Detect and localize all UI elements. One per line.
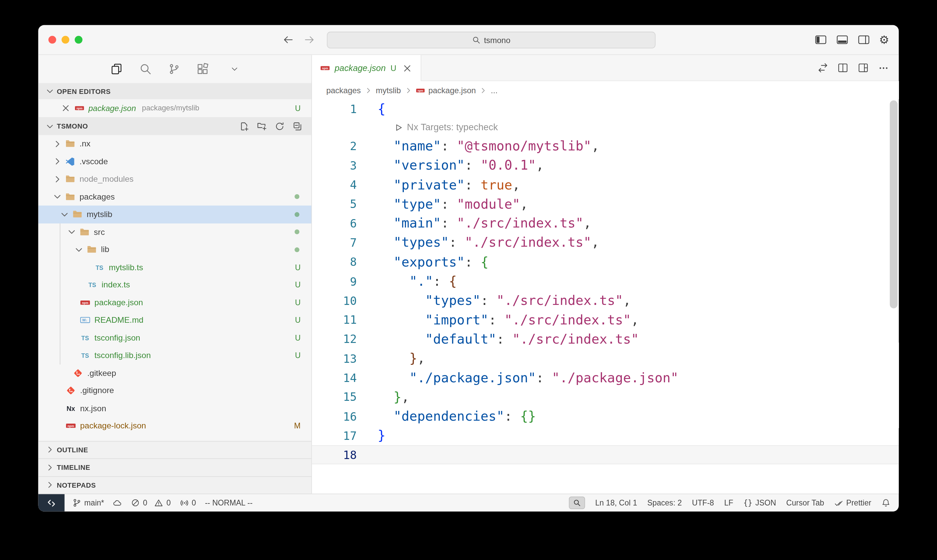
extensions-icon[interactable] (197, 63, 209, 75)
code-editor[interactable]: 1{Nx Targets: typecheck2 "name": "@tsmon… (312, 99, 899, 494)
split-editor-icon[interactable] (837, 62, 848, 74)
zoom-indicator[interactable] (569, 496, 585, 509)
editor-scrollbar[interactable] (890, 100, 898, 308)
tree-item-.nx[interactable]: .nx (38, 135, 311, 152)
problems-status[interactable]: 0 0 (131, 498, 171, 508)
encoding-status[interactable]: UTF-8 (692, 498, 714, 508)
titlebar-search[interactable]: tsmono (327, 32, 655, 48)
search-view-icon[interactable] (139, 63, 152, 75)
folder-icon (65, 138, 75, 149)
tree-item-packages[interactable]: packages (38, 188, 311, 205)
cursor-position[interactable]: Ln 18, Col 1 (595, 498, 637, 508)
notifications-bell[interactable] (882, 498, 891, 508)
code-line-4[interactable]: 4 "private": true, (312, 175, 899, 194)
language-mode[interactable]: {} JSON (743, 498, 776, 508)
broadcast-status[interactable]: 0 (180, 498, 196, 508)
code-line-12[interactable]: 12 "default": "./src/index.ts" (312, 329, 899, 349)
explorer-section-header[interactable]: TSMONO (38, 117, 311, 135)
breadcrumb-item[interactable]: mytslib (375, 86, 401, 95)
minimize-button[interactable] (62, 36, 69, 44)
formatter-status[interactable]: Prettier (834, 498, 871, 508)
code-line-13[interactable]: 13 }, (312, 349, 899, 368)
explorer-actions (239, 121, 311, 131)
toggle-sidebar-icon[interactable] (814, 33, 827, 46)
maximize-button[interactable] (75, 36, 83, 44)
cursor-tab-status[interactable]: Cursor Tab (786, 498, 824, 508)
tree-item-.gitkeep[interactable]: .gitkeep (38, 364, 311, 382)
breadcrumb-item[interactable]: ... (491, 86, 497, 95)
breadcrumb-item[interactable]: packages (326, 86, 361, 95)
indentation-status[interactable]: Spaces: 2 (647, 498, 682, 508)
close-button[interactable] (48, 36, 56, 44)
tree-item-index.ts[interactable]: TSindex.tsU (38, 276, 311, 294)
code-line-10[interactable]: 10 "types": "./src/index.ts", (312, 291, 899, 310)
svg-text:M↓: M↓ (83, 318, 88, 322)
line-text: "exports": { (378, 254, 488, 269)
code-line-6[interactable]: 6 "main": "./src/index.ts", (312, 214, 899, 233)
more-actions-icon[interactable] (878, 62, 889, 74)
history-nav (282, 33, 315, 46)
code-line-8[interactable]: 8 "exports": { (312, 252, 899, 271)
forward-icon[interactable] (303, 33, 315, 46)
back-icon[interactable] (282, 33, 294, 46)
code-line-18[interactable]: 18 (312, 445, 899, 465)
tree-item-node_modules[interactable]: node_modules (38, 170, 311, 188)
code-line-2[interactable]: 2 "name": "@tsmono/mytslib", (312, 136, 899, 155)
sync-status[interactable] (113, 498, 122, 508)
toggle-panel-icon[interactable] (836, 33, 848, 46)
collapse-all-icon[interactable] (293, 121, 303, 131)
tree-item-package.json[interactable]: npmpackage.jsonU (38, 294, 311, 311)
code-line-3[interactable]: 3 "version": "0.0.1", (312, 156, 899, 175)
git-badge: M (294, 422, 300, 431)
outline-section-header[interactable]: OUTLINE (38, 440, 311, 458)
tree-item-.vscode[interactable]: .vscode (38, 153, 311, 170)
codelens[interactable]: Nx Targets: typecheck (312, 118, 899, 136)
eol-status[interactable]: LF (724, 498, 733, 508)
notepads-section-header[interactable]: NOTEPADS (38, 476, 311, 493)
tree-item-package-lock.json[interactable]: npmpackage-lock.jsonM (38, 417, 311, 434)
open-editor-item[interactable]: npm package.json packages/mytslib U (38, 99, 311, 117)
tree-item-tsconfig.lib.json[interactable]: TStsconfig.lib.jsonU (38, 347, 311, 364)
code-line-16[interactable]: 16 "dependencies": {} (312, 406, 899, 426)
tree-item-lib[interactable]: lib (38, 241, 311, 258)
tree-item-src[interactable]: src (38, 223, 311, 241)
customize-layout-icon[interactable] (858, 62, 869, 74)
code-line-11[interactable]: 11 "import": "./src/index.ts", (312, 310, 899, 329)
tree-item-nx.json[interactable]: Nxnx.json (38, 400, 311, 417)
source-control-icon[interactable] (168, 63, 180, 75)
new-file-icon[interactable] (239, 121, 249, 131)
toggle-secondary-sidebar-icon[interactable] (858, 33, 870, 46)
code-line-7[interactable]: 7 "types": "./src/index.ts", (312, 233, 899, 252)
svg-text:TS: TS (95, 264, 103, 271)
tree-item-.gitignore[interactable]: .gitignore (38, 382, 311, 400)
close-icon[interactable] (61, 103, 70, 113)
remote-indicator[interactable] (38, 494, 65, 511)
tab-package-json[interactable]: npm package.json U (312, 55, 422, 81)
open-changes-icon[interactable] (817, 62, 828, 74)
code-line-5[interactable]: 5 "type": "module", (312, 194, 899, 213)
magnifier-icon (573, 499, 581, 507)
timeline-section-header[interactable]: TIMELINE (38, 458, 311, 476)
tree-item-mytslib.ts[interactable]: TSmytslib.tsU (38, 258, 311, 276)
git-branch-status[interactable]: main* (72, 498, 104, 508)
breadcrumb-item[interactable]: package.json (428, 86, 476, 95)
tree-item-README.md[interactable]: M↓README.mdU (38, 311, 311, 329)
tree-item-tsconfig.json[interactable]: TStsconfig.jsonU (38, 329, 311, 346)
code-line-1[interactable]: 1{ (312, 99, 899, 118)
tree-item-mytslib[interactable]: mytslib (38, 206, 311, 223)
code-line-17[interactable]: 17} (312, 426, 899, 445)
new-folder-icon[interactable] (257, 121, 267, 131)
line-number: 15 (312, 391, 357, 403)
code-line-9[interactable]: 9 ".": { (312, 272, 899, 291)
open-editors-header[interactable]: OPEN EDITORS (38, 83, 311, 99)
code-line-15[interactable]: 15 }, (312, 387, 899, 406)
code-line-14[interactable]: 14 "./package.json": "./package.json" (312, 368, 899, 387)
run-icon[interactable] (394, 123, 403, 132)
refresh-icon[interactable] (275, 121, 285, 131)
close-icon[interactable] (402, 63, 412, 73)
chevron-down-icon[interactable] (230, 65, 239, 74)
settings-gear-icon[interactable]: ⚙ (879, 33, 889, 46)
chevron-right-icon (52, 139, 62, 148)
sidebar-spacer (38, 435, 311, 441)
explorer-icon[interactable] (111, 63, 123, 75)
